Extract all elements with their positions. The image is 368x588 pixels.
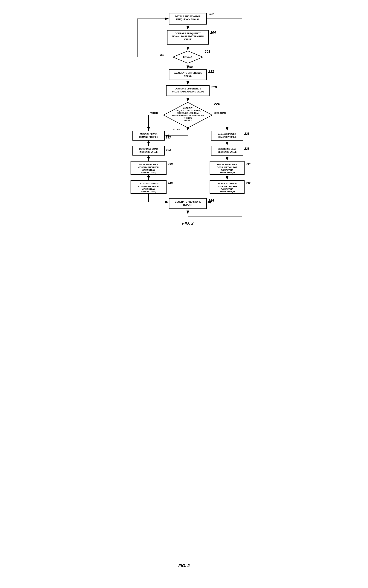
ref-240: 240 <box>167 182 173 185</box>
node-232-text1: INCREASE POWER <box>218 183 237 185</box>
fig-caption: FIG. 2 <box>182 221 194 226</box>
node-234-text2: INCREASE VALUE <box>139 151 157 153</box>
ref-230: 230 <box>245 163 250 166</box>
node-233 <box>133 131 165 140</box>
node-233-text2: DEMAND PROFILE <box>139 136 158 138</box>
node-212-text2: VALUE <box>184 75 192 77</box>
label-within: WITHIN <box>150 112 158 114</box>
node-212-text1: CALCULATE DIFFERENCE <box>174 72 202 74</box>
ref-228: 228 <box>244 147 249 150</box>
node-208-text: EQUAL? <box>183 56 192 58</box>
node-244-text1: GENERATE AND STORE <box>175 201 201 203</box>
node-204-text1: COMPARE FREQUENCY <box>175 32 201 35</box>
node-202-text2: FREQUENCY SIGNAL <box>176 18 199 21</box>
node-204-text3: VALUE <box>184 38 192 41</box>
node-230-text4: APPARATUS(S) <box>220 171 235 174</box>
node-233-text1: ANALYZE POWER <box>139 133 157 135</box>
node-225-text2: DEMAND PROFILE <box>218 136 236 138</box>
ref-202: 202 <box>208 12 214 16</box>
ref-204: 204 <box>210 31 216 34</box>
node-218-text1: COMPARE DIFFERENCE <box>175 87 201 90</box>
ref-244: 244 <box>208 199 214 202</box>
label-no: NO <box>189 66 193 68</box>
ref-238: 238 <box>167 163 173 166</box>
node-204-text2: SIGNAL TO PREDETERMINED <box>172 35 204 38</box>
ref-225: 225 <box>244 132 249 135</box>
ref-234: 234 <box>166 149 171 152</box>
node-228-text2: DECREASE VALUE <box>218 151 237 153</box>
node-238-text2: CONSUMPTION FOR <box>138 166 159 168</box>
node-238-text4: APPARATUS(S) <box>141 171 156 174</box>
node-224-text3: EXCEED, OR LESS THAN <box>176 112 199 114</box>
node-224-text5: THAN DB <box>184 117 192 119</box>
label-yes: YES <box>160 54 164 56</box>
node-224-text4: PREDETERMINED VALUE BY MORE <box>172 115 204 117</box>
ref-212: 212 <box>208 70 214 73</box>
node-234 <box>133 146 165 155</box>
node-218-text2: VALUE TO DEADBAND VALUE <box>171 90 204 93</box>
node-240-text1: DECREASE POWER <box>139 183 158 185</box>
node-228-text1: DETERMINE LOAD <box>218 148 236 150</box>
node-228 <box>211 146 243 155</box>
node-230-text3: COMPUTING <box>221 169 233 171</box>
node-224-text2: FREQUENCY VALUE WITHIN, <box>175 110 201 112</box>
label-exceed: EXCEED <box>173 128 181 131</box>
ref-232: 232 <box>245 182 250 185</box>
node-244-text2: REPORT <box>183 204 193 206</box>
node-240-text3: COMPUTING <box>142 188 155 190</box>
node-232-text4: APPARATUS(S) <box>220 190 235 193</box>
ref-233: 233 <box>166 136 171 139</box>
node-240-text2: CONSUMPTION FOR <box>138 185 159 187</box>
node-234-text1: DETERMINE LOAD <box>139 148 158 150</box>
node-238-text1: INCREASE POWER <box>139 163 158 166</box>
node-224-text1: CURRENT <box>183 107 192 109</box>
node-202-text: DETECT AND MONITOR <box>175 15 201 18</box>
fig-caption-text: FIG. 2 <box>122 563 246 568</box>
page: DETECT AND MONITOR FREQUENCY SIGNAL 202 … <box>119 0 249 579</box>
node-225-text1: ANALYZE POWER <box>218 133 236 135</box>
node-232-text2: CONSUMPTION FOR <box>217 185 237 187</box>
node-240-text4: APPARATUS(S) <box>141 190 156 193</box>
node-230-text1: DECREASE POWER <box>217 163 237 166</box>
node-225 <box>211 131 243 140</box>
label-lessthan: LESS THAN <box>214 112 226 114</box>
ref-208: 208 <box>204 50 210 54</box>
ref-224: 224 <box>214 102 220 106</box>
node-230-text2: CONSUMPTION FOR <box>217 166 237 168</box>
node-232-text3: COMPUTING <box>221 188 233 190</box>
flowchart-svg: DETECT AND MONITOR FREQUENCY SIGNAL 202 … <box>122 8 253 569</box>
node-224-text6: VALUE ? <box>184 119 192 121</box>
ref-218: 218 <box>211 85 217 89</box>
node-238-text3: COMPUTING <box>142 169 155 171</box>
